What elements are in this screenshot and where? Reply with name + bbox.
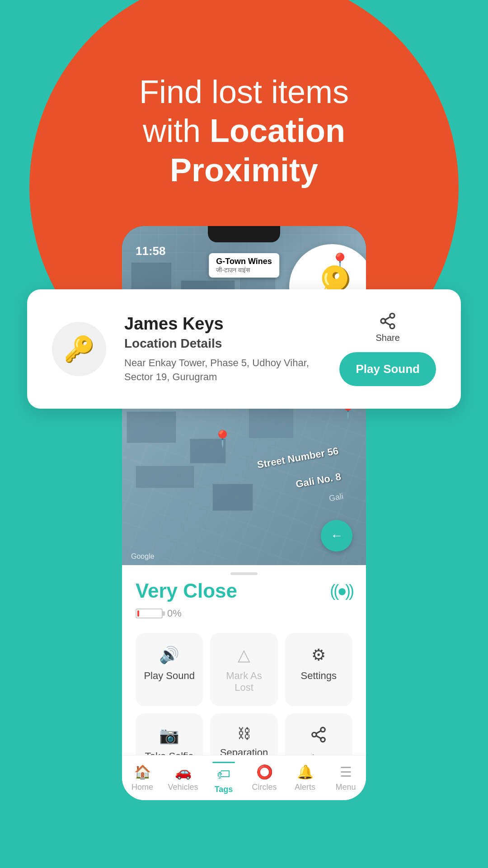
play-sound-action-label: Play Sound (144, 670, 195, 682)
info-card: 🔑 James Keys Location Details Near Enkay… (27, 289, 461, 409)
nav-circles[interactable]: ⭕ Circles (244, 760, 285, 797)
nav-menu-label: Menu (335, 783, 356, 792)
drag-indicator (230, 572, 258, 575)
map-block (131, 262, 172, 289)
nav-vehicles[interactable]: 🚗 Vehicles (163, 760, 203, 797)
selfie-icon: 📷 (159, 726, 179, 745)
phone-notch (208, 226, 280, 242)
svg-line-9 (316, 731, 321, 733)
bottom-navigation: 🏠 Home 🚗 Vehicles 🏷 Tags ⭕ Circles 🔔 Ale… (122, 755, 366, 800)
keys-emoji: 🔑 (64, 335, 95, 364)
battery-percentage: 0% (167, 608, 182, 619)
info-card-content: James Keys Location Details Near Enkay T… (124, 314, 321, 384)
svg-line-3 (385, 322, 390, 326)
vehicles-icon: 🚗 (175, 764, 192, 780)
map-place-hindi: जी-टाउन वाइंस (216, 266, 272, 274)
keys-avatar: 🔑 (52, 322, 106, 376)
alerts-icon: 🔔 (297, 764, 314, 780)
nav-home-label: Home (131, 783, 153, 792)
nav-alerts[interactable]: 🔔 Alerts (285, 760, 325, 797)
svg-line-8 (316, 736, 321, 738)
hero-section: Find lost items with Location Proximity (0, 72, 488, 189)
hero-bold: Location (210, 113, 345, 149)
info-card-actions: Share Play Sound (339, 312, 436, 386)
action-play-sound[interactable]: 🔊 Play Sound (136, 633, 203, 706)
battery-bar (136, 609, 163, 618)
item-name: James Keys (124, 314, 321, 334)
map-place-name: G-Town Wines (216, 257, 272, 266)
nav-home[interactable]: 🏠 Home (122, 760, 163, 797)
separation-icon: ⛓ (237, 726, 251, 741)
svg-line-4 (385, 317, 390, 320)
circles-icon: ⭕ (256, 764, 273, 780)
map-block (136, 466, 194, 488)
share-button[interactable]: Share (376, 312, 400, 343)
settings-icon: ⚙ (311, 646, 326, 665)
home-icon: 🏠 (134, 764, 151, 780)
back-button[interactable]: ← (321, 520, 352, 552)
street-label-2: Gali No. 8 (295, 471, 342, 490)
proximity-signal-icon: ((●)) (330, 581, 352, 600)
settings-label: Settings (301, 670, 337, 682)
location-details-label: Location Details (124, 336, 321, 351)
nav-menu[interactable]: ☰ Menu (325, 760, 366, 797)
status-time: 11:58 (136, 244, 166, 258)
nav-tags-label: Tags (215, 785, 233, 794)
share-grid-icon (310, 726, 327, 747)
item-address: Near Enkay Tower, Phase 5, Udhoy Vihar, … (124, 356, 321, 384)
hero-line1: Find lost items (139, 74, 349, 110)
play-sound-icon: 🔊 (159, 646, 179, 665)
nav-vehicles-label: Vehicles (168, 783, 198, 792)
battery-row: 0% (136, 608, 352, 619)
google-label: Google (131, 552, 155, 561)
menu-icon: ☰ (340, 764, 352, 780)
mark-lost-label: Mark As Lost (217, 670, 270, 693)
hero-line2: with (143, 113, 210, 149)
action-mark-as-lost[interactable]: △ Mark As Lost (210, 633, 277, 706)
nav-circles-label: Circles (252, 783, 277, 792)
proximity-label: Very Close (136, 580, 237, 602)
map-pin-bottom: 📍 (212, 429, 233, 448)
action-settings[interactable]: ⚙ Settings (285, 633, 352, 706)
mark-lost-icon: △ (238, 646, 250, 665)
phone-bottom-mockup: 📍 📍 Street Number 56 Gali No. 8 Gali Goo… (122, 393, 366, 800)
share-icon (379, 312, 397, 330)
map-bottom: 📍 📍 Street Number 56 Gali No. 8 Gali Goo… (122, 393, 366, 565)
gali-label: Gali (328, 491, 344, 503)
map-block (127, 411, 176, 443)
play-sound-button[interactable]: Play Sound (339, 352, 436, 386)
phone-bottom-screen: 📍 📍 Street Number 56 Gali No. 8 Gali Goo… (122, 393, 366, 800)
hero-line3: Proximity (170, 152, 318, 188)
nav-tags[interactable]: 🏷 Tags (203, 757, 244, 799)
battery-fill (137, 610, 139, 617)
tags-icon: 🏷 (217, 767, 230, 782)
nav-active-indicator (212, 762, 235, 763)
proximity-row: Very Close ((●)) (136, 580, 352, 602)
nav-alerts-label: Alerts (295, 783, 315, 792)
share-label: Share (376, 333, 400, 343)
street-label-1: Street Number 56 (256, 445, 339, 471)
map-block (212, 484, 253, 511)
